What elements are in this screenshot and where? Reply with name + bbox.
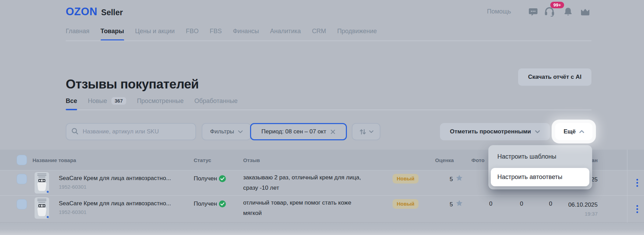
review-text: заказываю 2 раз, отличный крем для лица,…	[243, 172, 361, 193]
new-review-badge: Новый	[393, 199, 418, 209]
created-date: 06.10.2025	[568, 200, 598, 209]
status-text: Получен	[194, 200, 217, 207]
row-actions-kebab[interactable]	[635, 178, 640, 188]
filters-label: Фильтры	[210, 128, 234, 135]
rating-value: 5	[450, 176, 453, 183]
more-label: Ещё	[563, 128, 576, 135]
product-title[interactable]: SeaCare Крем для лица антивозрастно...	[59, 199, 171, 208]
review-line-2: сразу -10 лет	[243, 183, 361, 193]
video-count: 0	[516, 200, 527, 207]
row-checkbox[interactable]	[17, 174, 27, 184]
active-tab-underline	[66, 109, 77, 110]
tab-processed[interactable]: Обработанные	[194, 97, 238, 105]
row-actions-kebab[interactable]	[635, 204, 640, 214]
rating-cell: 5	[450, 175, 463, 183]
column-header-rating: Оценка	[435, 150, 454, 170]
nav-item-tseny-i-aktsii[interactable]: Цены и акции	[135, 28, 175, 35]
review-line-2: мягкой	[243, 208, 351, 218]
table-bottom-edge	[0, 223, 644, 235]
product-title[interactable]: SeaCare Крем для лица антивозрастно...	[59, 174, 171, 182]
nav-item-tovary[interactable]: Товары	[101, 28, 124, 35]
review-line-1: заказываю 2 раз, отличный крем для лица,	[243, 172, 361, 183]
chevron-down-icon	[535, 130, 540, 133]
row-checkbox[interactable]	[17, 199, 27, 209]
photo-count: 0	[486, 200, 496, 207]
comment-count: 0	[545, 200, 556, 207]
star-icon	[456, 175, 463, 183]
product-thumbnail	[35, 197, 49, 219]
created-time: 19:37	[568, 209, 598, 218]
product-thumbnail	[35, 172, 49, 194]
nav-divider	[66, 40, 591, 41]
column-header-photo: Фото	[471, 150, 485, 170]
tab-viewed[interactable]: Просмотренные	[137, 97, 184, 105]
search-input[interactable]	[82, 128, 191, 135]
filters-button[interactable]: Фильтры	[202, 123, 251, 140]
search-field[interactable]	[66, 123, 196, 140]
product-cell: SeaCare Крем для лица антивозрастно... 1…	[59, 174, 171, 191]
nav-item-fbo[interactable]: FBO	[186, 28, 199, 35]
nav-item-fbs[interactable]: FBS	[210, 28, 222, 35]
tab-new-label: Новые	[88, 97, 107, 105]
more-dropdown-menu: Настроить шаблоны Настроить автоответы	[488, 145, 592, 189]
nav-item-glavnaya[interactable]: Главная	[66, 28, 90, 35]
chevron-up-icon	[579, 130, 584, 133]
select-all-checkbox[interactable]	[17, 155, 27, 165]
sort-arrows-icon	[359, 129, 367, 135]
new-review-badge: Новый	[393, 174, 418, 184]
clear-period-icon[interactable]	[330, 129, 335, 134]
rating-value: 5	[450, 201, 453, 208]
search-icon	[71, 128, 79, 136]
review-row-2[interactable]: SeaCare Крем для лица антивозрастно... 1…	[0, 196, 644, 223]
product-cell: SeaCare Крем для лица антивозрастно... 1…	[59, 199, 171, 216]
received-check-icon	[219, 175, 226, 184]
column-header-status: Статус	[194, 150, 211, 170]
review-line-1: отличный товар, крем помог стать коже	[243, 198, 351, 208]
tab-all[interactable]: Все	[66, 97, 77, 105]
logo-seller-text: Seller	[101, 8, 123, 17]
tab-new-count-badge: 367	[111, 97, 126, 105]
mark-viewed-label: Отметить просмотренными	[450, 128, 531, 135]
status-text: Получен	[194, 175, 217, 182]
ozon-seller-logo[interactable]: OZON Seller	[66, 6, 123, 18]
ozon-seller-reviews-screen: OZON Seller Помощь 99+ Главная Товары Це…	[0, 0, 644, 235]
rating-cell: 5	[450, 200, 463, 208]
download-ai-report-button[interactable]: Скачать отчёт с AI	[518, 68, 591, 86]
bell-icon[interactable]	[564, 7, 572, 18]
nav-item-prodvizhenie[interactable]: Продвижение	[337, 28, 377, 35]
column-header-product: Название товара	[33, 150, 76, 170]
main-nav: Главная Товары Цены и акции FBO FBS Фина…	[66, 28, 377, 35]
product-sku: 1952-60301	[59, 208, 171, 216]
chevron-down-icon	[238, 130, 243, 133]
actions-column-divider	[627, 150, 627, 223]
sort-button[interactable]	[352, 123, 380, 140]
nav-item-crm[interactable]: CRM	[312, 28, 326, 35]
menu-item-setup-templates[interactable]: Настроить шаблоны	[497, 145, 556, 168]
nav-item-finansy[interactable]: Финансы	[233, 28, 259, 35]
help-link[interactable]: Помощь	[487, 8, 511, 15]
support-headset-icon[interactable]	[544, 7, 555, 18]
review-text: отличный товар, крем помог стать коже мя…	[243, 198, 351, 218]
menu-item-setup-autoreplies[interactable]: Настроить автоответы	[491, 168, 589, 186]
nav-item-analitika[interactable]: Аналитика	[270, 28, 301, 35]
received-check-icon	[219, 200, 226, 209]
more-button[interactable]: Ещё	[555, 123, 592, 140]
chat-icon[interactable]	[528, 8, 538, 18]
mark-viewed-button[interactable]: Отметить просмотренными	[440, 123, 550, 140]
page-title: Отзывы покупателей	[66, 77, 199, 92]
review-tabs: Все Новые 367 Просмотренные Обработанные	[66, 97, 238, 105]
tabs-divider	[66, 110, 591, 110]
created-cell: 06.10.2025 19:37	[568, 200, 598, 218]
tab-new[interactable]: Новые 367	[88, 97, 126, 105]
logo-ozon-text: OZON	[66, 6, 98, 18]
notifications-count-badge: 99+	[550, 2, 564, 8]
column-header-review: Отзыв	[243, 150, 260, 170]
chevron-down-icon	[369, 130, 374, 133]
product-sku: 1952-60301	[59, 183, 171, 191]
premium-crown-icon[interactable]	[581, 8, 590, 17]
period-filter-chip[interactable]: Период: 08 сен – 07 окт	[250, 123, 347, 140]
star-icon	[456, 200, 463, 208]
period-label: Период: 08 сен – 07 окт	[261, 128, 326, 135]
